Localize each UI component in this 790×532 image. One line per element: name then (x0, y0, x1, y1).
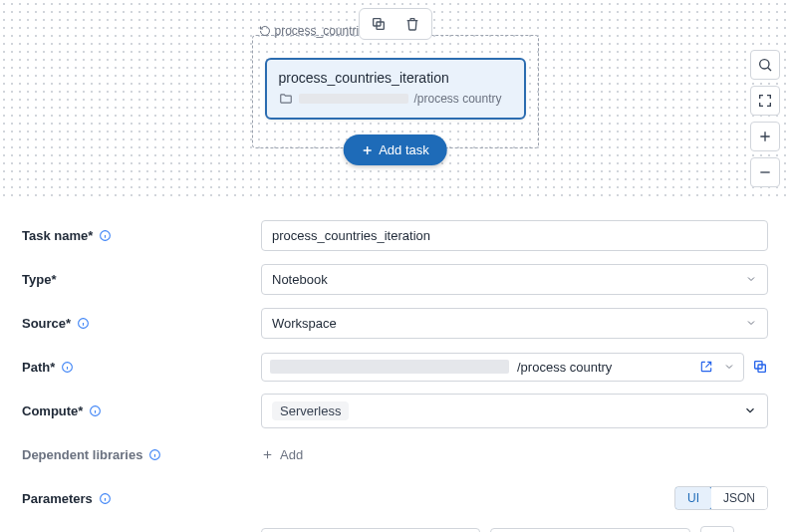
toggle-ui[interactable]: UI (674, 486, 712, 510)
type-value: Notebook (272, 272, 328, 287)
chevron-down-icon (745, 317, 757, 329)
parameter-row: { } (261, 526, 768, 532)
label-source: Source* (22, 316, 261, 331)
add-task-button[interactable]: Add task (343, 134, 447, 165)
task-floating-toolbar (359, 8, 432, 40)
label-parameters: Parameters (22, 491, 261, 506)
param-key-input[interactable] (261, 528, 480, 533)
loop-group-label: process_countries (257, 24, 374, 38)
chevron-down-icon[interactable] (723, 361, 735, 373)
info-icon[interactable] (99, 492, 112, 505)
info-icon[interactable] (61, 361, 74, 374)
duplicate-icon[interactable] (370, 15, 388, 33)
redacted-path (299, 94, 408, 104)
path-suffix: /process country (517, 360, 612, 375)
label-dependent-libraries: Dependent libraries (22, 447, 261, 462)
canvas-zoom-controls (750, 50, 780, 187)
label-task-name: Task name* (22, 228, 261, 243)
source-value: Workspace (272, 316, 337, 331)
task-card-title: process_countries_iteration (279, 70, 512, 86)
search-button[interactable] (750, 50, 780, 80)
folder-icon (279, 92, 293, 106)
plus-icon (757, 129, 773, 144)
chevron-down-icon (743, 403, 757, 417)
insert-variable-button[interactable]: { } (700, 526, 734, 532)
loop-group-name: process_countries (275, 24, 372, 38)
copy-icon[interactable] (752, 359, 768, 375)
add-library-button[interactable]: Add (261, 447, 768, 462)
task-name-input[interactable] (261, 220, 768, 251)
task-form: Task name* Type* Notebook Source* Worksp… (0, 199, 790, 532)
label-compute: Compute* (22, 403, 261, 418)
minus-icon (757, 164, 773, 180)
plus-icon (361, 144, 373, 156)
fullscreen-icon (757, 93, 773, 109)
param-value-input[interactable] (490, 528, 690, 533)
task-card-path: /process country (279, 92, 512, 106)
task-card-path-suffix: /process country (414, 92, 502, 106)
label-path: Path* (22, 360, 261, 375)
task-card[interactable]: process_countries_iteration /process cou… (265, 58, 526, 120)
redacted-path (270, 360, 509, 374)
info-icon[interactable] (99, 229, 112, 242)
info-icon[interactable] (148, 448, 161, 461)
pipeline-canvas[interactable]: process_countries process_countries_iter… (0, 0, 790, 199)
loop-group: process_countries process_countries_iter… (252, 35, 539, 148)
plus-icon (261, 448, 274, 461)
loop-icon (259, 25, 271, 37)
path-picker[interactable]: /process country (261, 353, 744, 382)
search-icon (757, 57, 773, 73)
compute-chip: Serverless (272, 401, 349, 420)
add-task-label: Add task (379, 142, 429, 157)
source-select[interactable]: Workspace (261, 308, 768, 339)
info-icon[interactable] (89, 404, 102, 417)
svg-point-2 (760, 60, 769, 69)
label-type: Type* (22, 272, 261, 287)
toggle-json[interactable]: JSON (711, 487, 767, 509)
trash-icon[interactable] (403, 15, 421, 33)
zoom-in-button[interactable] (750, 122, 780, 151)
chevron-down-icon (745, 273, 757, 285)
compute-select[interactable]: Serverless (261, 394, 768, 428)
fullscreen-button[interactable] (750, 86, 780, 116)
zoom-out-button[interactable] (750, 157, 780, 187)
info-icon[interactable] (77, 317, 90, 330)
type-select[interactable]: Notebook (261, 264, 768, 295)
parameters-view-toggle: UI JSON (674, 486, 768, 510)
external-link-icon[interactable] (699, 360, 713, 374)
